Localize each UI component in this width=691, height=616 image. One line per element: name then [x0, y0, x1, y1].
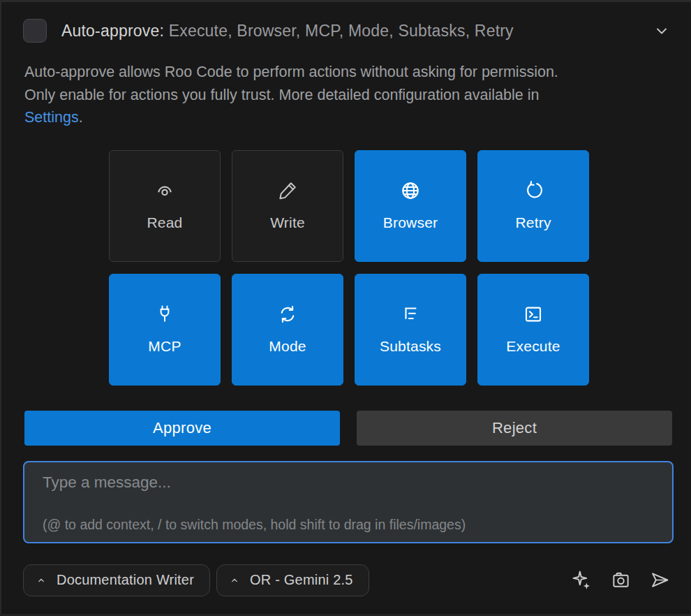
model-selector[interactable]: OR - Gemini 2.5: [216, 564, 369, 596]
toggle-retry[interactable]: Retry: [477, 150, 589, 262]
chevron-up-icon: [230, 575, 239, 585]
pencil-icon: [277, 180, 298, 201]
chevron-up-icon: [36, 575, 46, 585]
approve-button[interactable]: Approve: [24, 411, 340, 446]
auto-approve-title: Auto-approve: Execute, Browser, MCP, Mod…: [61, 22, 514, 41]
toggle-mode[interactable]: Mode: [232, 274, 343, 386]
auto-approve-summary: Execute, Browser, MCP, Mode, Subtasks, R…: [164, 22, 514, 40]
camera-icon[interactable]: [611, 570, 631, 590]
refresh-icon: [523, 180, 544, 201]
composer-footer: Documentation Writer OR - Gemini 2.5: [23, 564, 670, 596]
composer-action-icons: [572, 570, 670, 590]
chevron-down-icon[interactable]: [653, 22, 670, 39]
toggle-subtasks[interactable]: Subtasks: [355, 274, 466, 386]
model-selector-label: OR - Gemini 2.5: [250, 572, 352, 588]
composer-hint: (@ to add context, / to switch modes, ho…: [43, 517, 658, 533]
mode-selector[interactable]: Documentation Writer: [23, 564, 210, 596]
toggle-read[interactable]: Read: [109, 150, 221, 262]
toggle-label: MCP: [148, 338, 181, 355]
panel-top-border: [0, 0, 691, 2]
toggle-label: Retry: [515, 214, 551, 231]
toggle-browser[interactable]: Browser: [355, 150, 466, 262]
toggle-label: Browser: [383, 214, 438, 231]
description-suffix: .: [79, 109, 83, 126]
globe-icon: [400, 180, 421, 201]
panel-left-border: [0, 0, 1, 616]
terminal-icon: [523, 304, 544, 325]
toggle-execute[interactable]: Execute: [477, 274, 589, 386]
auto-approve-label: Auto-approve:: [61, 22, 164, 40]
message-input[interactable]: [24, 462, 672, 513]
list-tree-icon: [400, 304, 421, 325]
toggle-label: Execute: [506, 338, 560, 355]
settings-link[interactable]: Settings: [24, 109, 79, 126]
send-icon[interactable]: [650, 570, 670, 590]
description-line: Settings.: [24, 106, 668, 129]
eye-icon: [154, 180, 175, 201]
action-buttons: Approve Reject: [24, 411, 672, 446]
reject-button[interactable]: Reject: [357, 411, 672, 446]
auto-approve-checkbox[interactable]: [23, 19, 47, 43]
message-composer[interactable]: (@ to add context, / to switch modes, ho…: [23, 461, 674, 543]
plug-icon: [154, 304, 175, 325]
toggle-mcp[interactable]: MCP: [109, 274, 221, 386]
mode-selector-label: Documentation Writer: [57, 572, 194, 588]
toggle-label: Write: [270, 214, 305, 231]
auto-approve-description: Auto-approve allows Roo Code to perform …: [24, 61, 668, 129]
toggle-label: Mode: [269, 338, 306, 355]
sync-icon: [277, 304, 298, 325]
sparkle-icon[interactable]: [572, 570, 592, 590]
auto-approve-toggle-grid: ReadWriteBrowserRetryMCPModeSubtasksExec…: [109, 150, 589, 386]
toggle-label: Read: [147, 214, 182, 231]
auto-approve-header: Auto-approve: Execute, Browser, MCP, Mod…: [0, 0, 691, 43]
toggle-label: Subtasks: [380, 338, 441, 355]
description-line: Auto-approve allows Roo Code to perform …: [24, 61, 668, 84]
toggle-write[interactable]: Write: [232, 150, 343, 262]
description-line: Only enable for actions you fully trust.…: [24, 84, 668, 107]
